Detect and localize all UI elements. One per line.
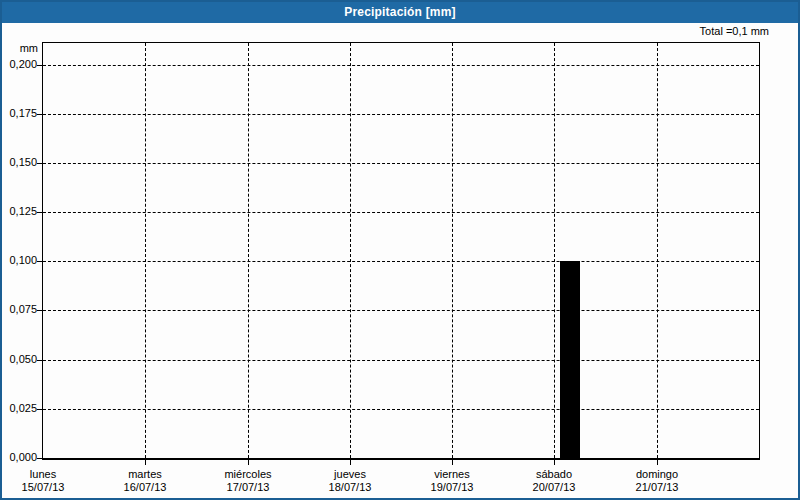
day-date-label: 21/07/13: [636, 481, 679, 494]
x-category-label: miércoles17/07/13: [224, 468, 271, 494]
gridline-vertical: [248, 43, 249, 458]
y-tick-label: 0,050: [2, 353, 37, 366]
y-axis-unit-label: mm: [2, 42, 38, 54]
day-name-label: miércoles: [224, 468, 271, 481]
x-axis-tick: [452, 460, 453, 465]
gridline-horizontal: [43, 114, 759, 115]
day-name-label: sábado: [533, 468, 576, 481]
plot-area: [42, 42, 760, 460]
y-tick-label: 0,125: [2, 205, 37, 218]
gridline-horizontal: [43, 409, 759, 410]
day-date-label: 18/07/13: [329, 481, 372, 494]
day-date-label: 20/07/13: [533, 481, 576, 494]
y-tick-label: 0,200: [2, 58, 37, 71]
precipitation-bar: [560, 261, 580, 458]
day-date-label: 15/07/13: [22, 481, 65, 494]
gridline-horizontal: [43, 65, 759, 66]
x-category-label: domingo21/07/13: [636, 468, 679, 494]
x-axis-tick: [145, 460, 146, 465]
x-category-label: lunes15/07/13: [22, 468, 65, 494]
x-axis-tick: [350, 460, 351, 465]
chart-title: Precipitación [mm]: [2, 2, 798, 23]
x-category-label: viernes19/07/13: [431, 468, 474, 494]
day-date-label: 19/07/13: [431, 481, 474, 494]
gridline-horizontal: [43, 163, 759, 164]
y-tick-label: 0,150: [2, 156, 37, 169]
day-name-label: jueves: [329, 468, 372, 481]
gridline-vertical: [145, 43, 146, 458]
gridline-vertical: [554, 43, 555, 458]
day-name-label: viernes: [431, 468, 474, 481]
day-date-label: 17/07/13: [224, 481, 271, 494]
day-name-label: lunes: [22, 468, 65, 481]
x-category-label: martes16/07/13: [124, 468, 167, 494]
y-tick-label: 0,175: [2, 107, 37, 120]
y-tick-label: 0,025: [2, 402, 37, 415]
gridline-vertical: [350, 43, 351, 458]
y-tick-label: 0,100: [2, 254, 37, 267]
gridline-horizontal: [43, 261, 759, 262]
y-tick-label: 0,000: [2, 451, 37, 464]
x-axis-tick: [554, 460, 555, 465]
day-name-label: domingo: [636, 468, 679, 481]
total-label: Total =0,1 mm: [700, 25, 769, 37]
gridline-vertical: [657, 43, 658, 458]
gridline-horizontal: [43, 310, 759, 311]
gridline-vertical: [452, 43, 453, 458]
x-category-label: sábado20/07/13: [533, 468, 576, 494]
x-axis-tick: [248, 460, 249, 465]
day-name-label: martes: [124, 468, 167, 481]
gridline-horizontal: [43, 212, 759, 213]
chart-window: Precipitación [mm] Total =0,1 mm mm 0,00…: [0, 0, 800, 500]
gridline-horizontal: [43, 360, 759, 361]
y-tick-label: 0,075: [2, 303, 37, 316]
x-category-label: jueves18/07/13: [329, 468, 372, 494]
x-axis-tick: [657, 460, 658, 465]
day-date-label: 16/07/13: [124, 481, 167, 494]
